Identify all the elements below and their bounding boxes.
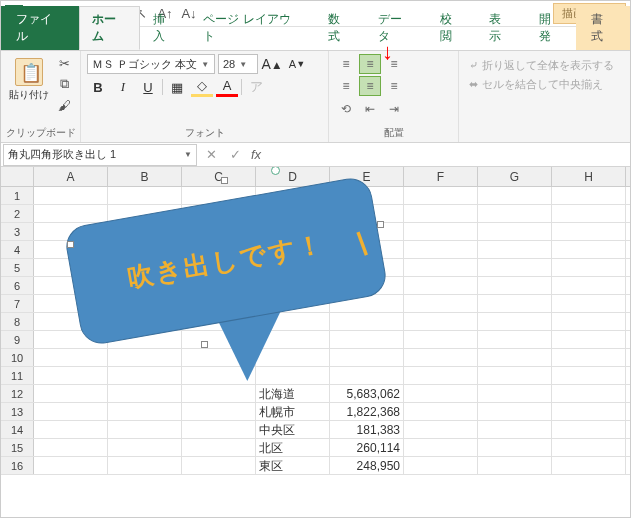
cell[interactable]	[404, 241, 478, 258]
cancel-icon[interactable]: ✕	[199, 144, 223, 166]
cell[interactable]	[404, 223, 478, 240]
cell[interactable]	[404, 421, 478, 438]
cell[interactable]	[552, 259, 626, 276]
tab-page-layout[interactable]: ページ レイアウト	[190, 6, 315, 50]
cell[interactable]	[552, 385, 626, 402]
cell[interactable]	[404, 205, 478, 222]
align-bottom-button[interactable]: ≡	[383, 54, 405, 74]
cell[interactable]	[330, 367, 404, 384]
cell[interactable]	[108, 421, 182, 438]
tab-format[interactable]: 書式	[576, 6, 630, 50]
cell[interactable]	[478, 223, 552, 240]
row-header[interactable]: 12	[1, 385, 34, 402]
font-color-button[interactable]: A	[216, 77, 238, 97]
cell[interactable]: 5,683,062	[330, 385, 404, 402]
cell[interactable]	[404, 457, 478, 474]
col-header[interactable]: F	[404, 167, 478, 186]
cell[interactable]	[108, 403, 182, 420]
tab-review[interactable]: 校閲	[427, 6, 477, 50]
cell[interactable]	[552, 223, 626, 240]
resize-handle-icon[interactable]	[377, 221, 384, 228]
cell[interactable]	[478, 403, 552, 420]
resize-handle-icon[interactable]	[67, 241, 74, 248]
tab-data[interactable]: データ	[365, 6, 427, 50]
cell[interactable]	[478, 187, 552, 204]
cell[interactable]	[478, 259, 552, 276]
cell[interactable]	[478, 457, 552, 474]
font-size-dropdown[interactable]: 28▼	[218, 54, 258, 74]
cell[interactable]	[478, 367, 552, 384]
col-header[interactable]: G	[478, 167, 552, 186]
enter-icon[interactable]: ✓	[223, 144, 247, 166]
tab-file[interactable]: ファイル	[1, 6, 79, 50]
font-name-dropdown[interactable]: ＭＳ Ｐゴシック 本文▼	[87, 54, 215, 74]
cell[interactable]	[34, 457, 108, 474]
cell[interactable]	[404, 385, 478, 402]
cell[interactable]	[478, 241, 552, 258]
fill-color-button[interactable]: ◇	[191, 77, 213, 97]
cell[interactable]	[478, 313, 552, 330]
cell[interactable]	[552, 367, 626, 384]
cell[interactable]	[552, 313, 626, 330]
row-header[interactable]: 5	[1, 259, 34, 276]
cell[interactable]	[478, 331, 552, 348]
cut-icon[interactable]: ✂	[55, 54, 73, 72]
cell[interactable]	[34, 421, 108, 438]
tab-insert[interactable]: 挿入	[140, 6, 190, 50]
align-left-button[interactable]: ≡	[335, 76, 357, 96]
cell[interactable]	[552, 187, 626, 204]
name-box[interactable]: 角丸四角形吹き出し 1 ▼	[3, 144, 197, 166]
increase-indent-button[interactable]: ⇥	[383, 99, 405, 119]
cell[interactable]	[478, 349, 552, 366]
cell[interactable]	[404, 259, 478, 276]
tab-developer[interactable]: 開発	[526, 6, 576, 50]
cell[interactable]	[34, 367, 108, 384]
border-button[interactable]: ▦	[166, 77, 188, 97]
row-header[interactable]: 2	[1, 205, 34, 222]
cell[interactable]: 1,822,368	[330, 403, 404, 420]
cell[interactable]: 中央区	[256, 421, 330, 438]
row-header[interactable]: 11	[1, 367, 34, 384]
row-header[interactable]: 6	[1, 277, 34, 294]
row-header[interactable]: 3	[1, 223, 34, 240]
cell[interactable]: 260,114	[330, 439, 404, 456]
cell[interactable]	[552, 205, 626, 222]
row-header[interactable]: 9	[1, 331, 34, 348]
cell[interactable]	[182, 403, 256, 420]
cell[interactable]: 札幌市	[256, 403, 330, 420]
cell[interactable]	[182, 421, 256, 438]
cell[interactable]	[404, 349, 478, 366]
cell[interactable]	[552, 457, 626, 474]
cell[interactable]	[404, 439, 478, 456]
wrap-text-button[interactable]: ⤶折り返して全体を表示する	[469, 58, 620, 73]
cell[interactable]	[404, 367, 478, 384]
row-header[interactable]: 8	[1, 313, 34, 330]
fx-icon[interactable]: fx	[247, 147, 265, 162]
select-all-corner[interactable]	[1, 167, 34, 186]
cell[interactable]: 248,950	[330, 457, 404, 474]
cell[interactable]	[552, 241, 626, 258]
cell[interactable]	[552, 277, 626, 294]
row-header[interactable]: 10	[1, 349, 34, 366]
cell[interactable]	[404, 313, 478, 330]
cell[interactable]	[182, 385, 256, 402]
cell[interactable]	[552, 349, 626, 366]
increase-font-icon[interactable]: A▲	[261, 54, 283, 74]
cell[interactable]	[404, 331, 478, 348]
col-header[interactable]: H	[552, 167, 626, 186]
merge-center-button[interactable]: ⬌セルを結合して中央揃え	[469, 77, 620, 92]
cell[interactable]	[552, 331, 626, 348]
cell[interactable]	[34, 403, 108, 420]
resize-handle-icon[interactable]	[221, 177, 228, 184]
decrease-indent-button[interactable]: ⇤	[359, 99, 381, 119]
row-header[interactable]: 15	[1, 439, 34, 456]
cell[interactable]	[108, 439, 182, 456]
format-painter-icon[interactable]: 🖌	[55, 96, 73, 114]
cell[interactable]	[108, 367, 182, 384]
cell[interactable]	[182, 439, 256, 456]
cell[interactable]	[404, 277, 478, 294]
cell[interactable]	[108, 385, 182, 402]
cell[interactable]	[478, 205, 552, 222]
cell[interactable]	[34, 385, 108, 402]
underline-button[interactable]: U	[137, 77, 159, 97]
